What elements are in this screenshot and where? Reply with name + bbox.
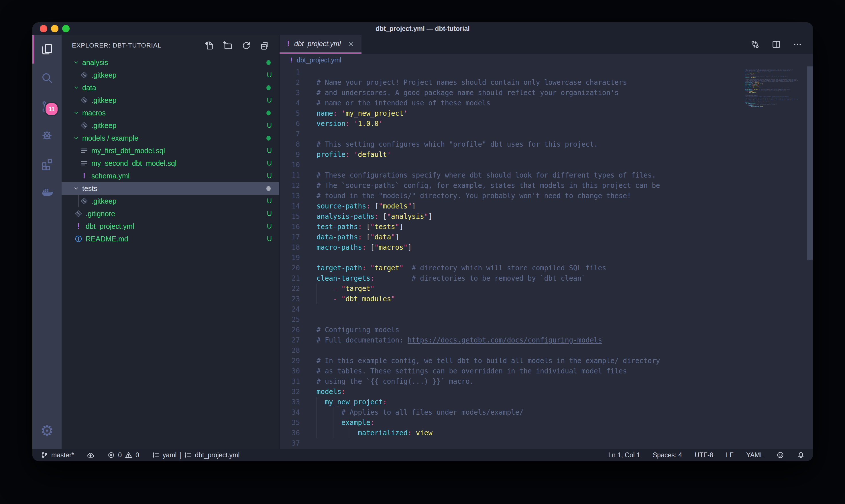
code-line-3[interactable]: 3# and underscores. A good package name … — [280, 88, 813, 98]
status-yaml-linter[interactable]: yaml|dbt_project.yml — [152, 451, 240, 459]
code-line-27[interactable]: 27# Full documentation: https://docs.get… — [280, 335, 813, 345]
code-line-7[interactable]: 7 — [280, 129, 813, 139]
tree-item-models-example[interactable]: models / example — [61, 132, 279, 144]
status-indentation[interactable]: Spaces: 4 — [653, 451, 682, 459]
code-line-13[interactable]: 13# found in the "models/" directory. Yo… — [280, 191, 813, 201]
line-number: 6 — [280, 119, 300, 129]
tree-item-label: my_first_dbt_model.sql — [91, 147, 165, 155]
settings-gear-icon[interactable]: ⚙ — [32, 416, 61, 445]
code-line-26[interactable]: 26# Configuring models — [280, 325, 813, 335]
git-status-dot — [266, 186, 271, 191]
code-line-35[interactable]: 35 example: — [280, 417, 813, 428]
code-line-19[interactable]: 19 — [280, 253, 813, 263]
code-line-29[interactable]: 29# In this example config, we tell dbt … — [280, 356, 813, 366]
code-text: data-paths: ["data"] — [317, 232, 399, 242]
code-line-31[interactable]: 31# using the `{{ config(...) }}` macro. — [280, 376, 813, 386]
code-line-33[interactable]: 33 my_new_project: — [280, 397, 813, 407]
code-line-28[interactable]: 28 — [280, 345, 813, 356]
code-editor[interactable]: 12# Name your project! Project names sho… — [280, 67, 813, 449]
tree-item-macros[interactable]: macros — [61, 107, 279, 119]
close-window-button[interactable] — [40, 25, 47, 32]
code-line-20[interactable]: 20target-path: "target" # directory whic… — [280, 263, 813, 273]
code-line-14[interactable]: 14source-paths: ["models"] — [280, 201, 813, 211]
line-number: 13 — [280, 191, 300, 201]
minimap[interactable]: # Name your project! Project names shoul… — [745, 68, 806, 240]
breadcrumb-file[interactable]: dbt_project.yml — [297, 56, 341, 64]
status-git-branch[interactable]: master* — [40, 451, 74, 459]
code-text: - "dbt_modules" — [317, 294, 395, 304]
code-text: name: 'my_new_project' — [317, 108, 408, 119]
split-editor-icon[interactable] — [771, 39, 781, 50]
code-line-11[interactable]: 11# These configurations specify where d… — [280, 170, 813, 180]
code-line-23[interactable]: 23 - "dbt_modules" — [280, 294, 813, 304]
tree-item-label: schema.yml — [91, 172, 129, 180]
code-line-4[interactable]: 4# name or the intended use of these mod… — [280, 98, 813, 108]
code-line-6[interactable]: 6version: '1.0.0' — [280, 119, 813, 129]
status-eol-sequence[interactable]: LF — [726, 451, 734, 459]
tree-item-analysis[interactable]: analysis — [61, 56, 279, 69]
code-line-30[interactable]: 30# as tables. These settings can be ove… — [280, 366, 813, 376]
code-line-16[interactable]: 16test-paths: ["tests"] — [280, 222, 813, 232]
status-cursor-position[interactable]: Ln 1, Col 1 — [608, 451, 640, 459]
code-line-9[interactable]: 9profile: 'default' — [280, 149, 813, 160]
new-folder-icon[interactable] — [222, 40, 233, 51]
editor-scrollbar[interactable] — [807, 67, 813, 260]
new-file-icon[interactable] — [204, 40, 215, 51]
tree-item--gitignore[interactable]: .gitignoreU — [61, 207, 279, 220]
code-line-12[interactable]: 12# The `source-paths` config, for examp… — [280, 180, 813, 191]
code-line-24[interactable]: 24 — [280, 304, 813, 314]
code-line-22[interactable]: 22 - "target" — [280, 284, 813, 294]
line-number: 18 — [280, 242, 300, 253]
tree-item-dbt-project-yml[interactable]: !dbt_project.ymlU — [61, 220, 279, 233]
status-language-mode[interactable]: YAML — [746, 451, 763, 459]
code-line-36[interactable]: 36 materialized: view — [280, 428, 813, 438]
tree-item-tests[interactable]: tests — [61, 182, 279, 195]
activity-item-explorer[interactable] — [32, 35, 61, 64]
tree-item--gitkeep[interactable]: .gitkeepU — [61, 94, 279, 107]
code-line-32[interactable]: 32models: — [280, 386, 813, 397]
tree-item-my-second-dbt-model-sql[interactable]: my_second_dbt_model.sqlU — [61, 157, 279, 169]
more-actions-icon[interactable] — [792, 39, 803, 50]
activity-item-debug[interactable] — [32, 121, 61, 149]
tree-item-schema-yml[interactable]: !schema.ymlU — [61, 169, 279, 182]
indent-guide — [317, 284, 317, 294]
line-number: 17 — [280, 232, 300, 242]
code-line-18[interactable]: 18macro-paths: ["macros"] — [280, 242, 813, 253]
code-line-15[interactable]: 15analysis-paths: ["analysis"] — [280, 211, 813, 222]
tree-item--gitkeep[interactable]: .gitkeepU — [61, 119, 279, 132]
code-line-37[interactable]: 37 — [280, 438, 813, 448]
status-feedback[interactable] — [776, 451, 784, 459]
tree-item--gitkeep[interactable]: .gitkeepU — [61, 69, 279, 81]
tree-item-readme-md[interactable]: README.mdU — [61, 233, 279, 245]
minimize-window-button[interactable] — [51, 25, 58, 32]
tree-item-data[interactable]: data — [61, 81, 279, 94]
status-problems[interactable]: 00 — [107, 451, 139, 459]
code-line-21[interactable]: 21clean-targets: # directories to be rem… — [280, 273, 813, 284]
collapse-folders-icon[interactable] — [259, 40, 270, 51]
code-line-34[interactable]: 34 # Applies to all files under models/e… — [280, 407, 813, 417]
code-line-25[interactable]: 25 — [280, 314, 813, 325]
refresh-explorer-icon[interactable] — [241, 40, 251, 51]
tab-close-icon[interactable] — [347, 40, 355, 48]
code-line-2[interactable]: 2# Name your project! Project names shou… — [280, 77, 813, 88]
activity-item-search[interactable] — [32, 64, 61, 92]
code-line-8[interactable]: 8# This setting configures which "profil… — [280, 139, 813, 149]
code-line-1[interactable]: 1 — [280, 67, 813, 77]
tree-item-my-first-dbt-model-sql[interactable]: my_first_dbt_model.sqlU — [61, 144, 279, 157]
activity-item-extensions[interactable] — [32, 149, 61, 178]
line-number: 20 — [280, 263, 300, 273]
status-sync-changes[interactable] — [87, 451, 94, 459]
code-line-5[interactable]: 5name: 'my_new_project' — [280, 108, 813, 119]
code-line-17[interactable]: 17data-paths: ["data"] — [280, 232, 813, 242]
status-notifications[interactable] — [797, 451, 805, 459]
warning-icon — [125, 451, 132, 459]
code-line-10[interactable]: 10 — [280, 160, 813, 170]
activity-item-docker[interactable] — [32, 178, 61, 207]
chevron-down-icon — [72, 134, 80, 142]
zoom-window-button[interactable] — [62, 25, 70, 32]
open-changes-icon[interactable] — [750, 39, 760, 50]
activity-item-source-control[interactable]: 11 — [32, 92, 61, 121]
tree-item--gitkeep[interactable]: .gitkeepU — [61, 195, 279, 207]
tab-dbt-project-yml[interactable]: ! dbt_project.yml — [280, 35, 361, 54]
status-encoding[interactable]: UTF-8 — [695, 451, 713, 459]
